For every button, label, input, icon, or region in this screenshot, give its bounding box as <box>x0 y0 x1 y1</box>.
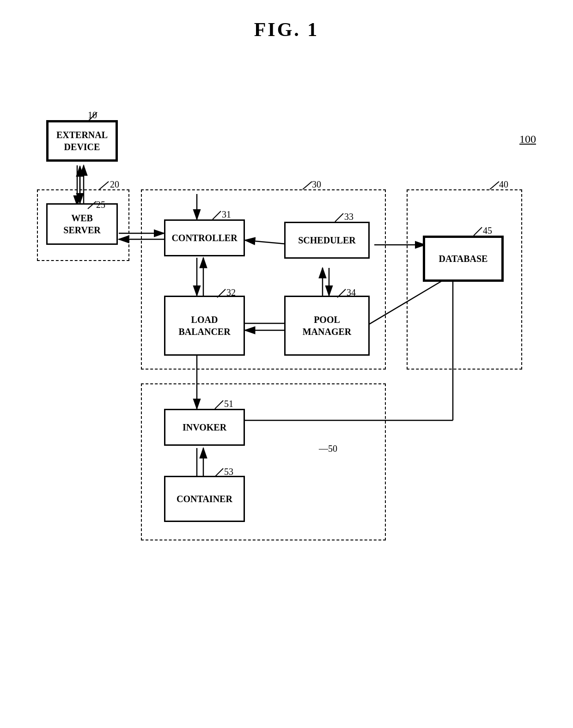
load-balancer-box: LOADBALANCER <box>164 296 245 356</box>
container-box: CONTAINER <box>164 476 245 522</box>
pool-manager-box: POOLMANAGER <box>284 296 370 356</box>
svg-line-31 <box>337 289 346 297</box>
svg-line-24 <box>99 182 109 189</box>
database-box: DATABASE <box>423 236 504 282</box>
svg-line-26 <box>303 182 312 189</box>
scheduler-box: SCHEDULER <box>284 222 370 259</box>
ref-50: —50 <box>319 443 337 454</box>
svg-line-32 <box>474 227 482 236</box>
web-server-box: WEBSERVER <box>46 203 118 245</box>
controller-box: CONTROLLER <box>164 219 245 256</box>
svg-line-23 <box>88 112 97 121</box>
svg-line-29 <box>217 289 226 297</box>
ref-100: 100 <box>519 133 536 146</box>
svg-line-30 <box>335 213 343 222</box>
page-title: FIG. 1 <box>0 0 573 41</box>
svg-line-33 <box>215 400 223 409</box>
svg-line-28 <box>213 211 221 219</box>
svg-line-27 <box>490 182 499 189</box>
svg-line-34 <box>215 468 223 477</box>
invoker-box: INVOKER <box>164 409 245 446</box>
external-device-box: EXTERNAL DEVICE <box>46 120 118 162</box>
svg-line-25 <box>88 201 96 209</box>
